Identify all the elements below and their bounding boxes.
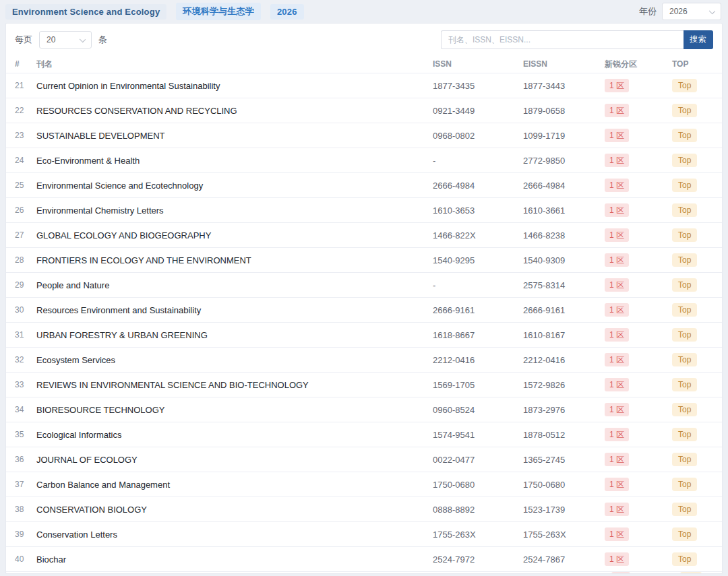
eissn-cell: 2666-4984 [523,181,605,191]
issn-cell: 1569-1705 [433,380,523,390]
filter-bar: Environment Science and Ecology 环境科学与生态学… [0,0,728,23]
eissn-cell: 1610-3661 [523,205,605,216]
journal-name[interactable]: Environmental Science and Ecotechnology [36,181,433,191]
column-header-rank: # [15,59,36,69]
journal-name[interactable]: RESOURCES CONSERVATION AND RECYCLING [36,106,433,116]
journal-name[interactable]: SUSTAINABLE DEVELOPMENT [36,131,433,141]
issn-cell: 0960-8524 [433,405,523,415]
category-en-chip: Environment Science and Ecology [5,4,166,20]
year-select[interactable]: 2026 [662,3,721,20]
tier-badge: 1 区 [605,478,629,491]
table-row: 27 GLOBAL ECOLOGY AND BIOGEOGRAPHY 1466-… [6,223,722,248]
journal-name[interactable]: Biochar [36,554,433,565]
journal-name[interactable]: FRONTIERS IN ECOLOGY AND THE ENVIRONMENT [36,255,433,265]
tier-badge: 1 区 [605,453,629,466]
journal-name[interactable]: Conservation Letters [36,530,433,540]
top-badge: Top [672,552,697,566]
per-page-label: 每页 [15,34,32,46]
table-row: 22 RESOURCES CONSERVATION AND RECYCLING … [6,98,722,123]
rank-cell: 32 [15,355,36,364]
year-select-value: 2026 [669,7,688,16]
table-row: 33 REVIEWS IN ENVIRONMENTAL SCIENCE AND … [6,373,722,397]
tier-badge: 1 区 [605,79,629,92]
eissn-cell: 2666-9161 [523,305,605,315]
eissn-cell: 1466-8238 [523,230,605,241]
table-row: 28 FRONTIERS IN ECOLOGY AND THE ENVIRONM… [6,248,722,273]
issn-cell: 1877-3435 [433,81,523,91]
rank-cell: 36 [15,455,36,464]
journal-name[interactable]: Carbon Balance and Management [36,480,433,490]
tier-badge: 1 区 [605,328,629,342]
per-page-value: 20 [47,35,55,44]
tier-badge: 1 区 [605,378,629,391]
rank-cell: 28 [15,255,36,265]
table-row: 25 Environmental Science and Ecotechnolo… [6,173,722,198]
search-group: 搜索 [441,30,713,49]
eissn-cell: 1523-1739 [523,505,605,515]
per-page-select[interactable]: 20 [39,31,92,49]
rank-cell: 33 [15,380,36,389]
rank-cell: 25 [15,181,36,190]
eissn-cell: 1572-9826 [523,380,605,390]
journal-name[interactable]: Environmental Chemistry Letters [36,205,433,216]
eissn-cell: 1610-8167 [523,330,605,340]
top-badge: Top [672,403,697,416]
rank-cell: 23 [15,131,36,140]
journal-name[interactable]: GLOBAL ECOLOGY AND BIOGEOGRAPHY [36,230,433,241]
top-badge: Top [672,179,697,192]
table-row: 30 Resources Environment and Sustainabil… [6,298,722,323]
journal-name[interactable]: Eco-Environment & Health [36,156,433,166]
eissn-cell: 1750-0680 [523,480,605,490]
tier-badge: 1 区 [605,228,629,242]
rank-cell: 29 [15,280,36,290]
journal-name[interactable]: URBAN FORESTRY & URBAN GREENING [36,330,433,340]
issn-cell: 0968-0802 [433,131,523,141]
top-badge: Top [672,378,697,391]
journal-name[interactable]: REVIEWS IN ENVIRONMENTAL SCIENCE AND BIO… [36,380,433,390]
top-badge: Top [672,428,697,441]
eissn-cell: 2524-7867 [523,554,605,565]
column-header-tier: 新锐分区 [605,59,672,70]
table-row: 29 People and Nature - 2575-8314 1 区 Top [6,273,722,298]
journal-name[interactable]: JOURNAL OF ECOLOGY [36,455,433,465]
rank-cell: 21 [15,81,36,90]
issn-cell: 1540-9295 [433,255,523,265]
issn-cell: 2212-0416 [433,355,523,365]
table-row: 38 CONSERVATION BIOLOGY 0888-8892 1523-1… [6,497,722,522]
tier-badge: 1 区 [605,503,629,516]
search-input[interactable] [441,30,684,49]
journal-name[interactable]: CONSERVATION BIOLOGY [36,505,433,515]
table-row: 39 Conservation Letters 1755-263X 1755-2… [6,522,722,547]
table-row: 40 Biochar 2524-7972 2524-7867 1 区 Top [6,547,722,572]
per-page-unit-label: 条 [98,34,107,46]
table-row: 35 Ecological Informatics 1574-9541 1878… [6,422,722,447]
journal-name[interactable]: People and Nature [36,280,433,290]
table-row: 21 Current Opinion in Environmental Sust… [6,73,722,98]
chevron-down-icon [709,8,715,14]
top-badge: Top [672,328,697,342]
table-row: 34 BIORESOURCE TECHNOLOGY 0960-8524 1873… [6,397,722,422]
tier-badge: 1 区 [605,303,629,317]
rank-cell: 22 [15,106,36,115]
top-badge: Top [672,353,697,366]
column-header-eissn: EISSN [523,59,605,69]
issn-cell: 1755-263X [433,530,523,540]
journal-name[interactable]: Current Opinion in Environmental Sustain… [36,81,433,91]
table-row: 36 JOURNAL OF ECOLOGY 0022-0477 1365-274… [6,447,722,472]
issn-cell: 1750-0680 [433,480,523,490]
column-header-name: 刊名 [36,59,433,70]
rank-cell: 37 [15,480,36,489]
tier-badge: 1 区 [605,104,629,117]
journal-name[interactable]: BIORESOURCE TECHNOLOGY [36,405,433,415]
journal-name[interactable]: Ecosystem Services [36,355,433,365]
journal-name[interactable]: Resources Environment and Sustainability [36,305,433,315]
table-row: 32 Ecosystem Services 2212-0416 2212-041… [6,348,722,373]
top-badge: Top [672,478,697,491]
top-badge: Top [672,203,697,217]
rank-cell: 26 [15,205,36,215]
journal-name[interactable]: Ecological Informatics [36,430,433,440]
top-badge: Top [672,79,697,92]
eissn-cell: 1877-3443 [523,81,605,91]
search-button[interactable]: 搜索 [684,30,713,49]
issn-cell: 1466-822X [433,230,523,241]
